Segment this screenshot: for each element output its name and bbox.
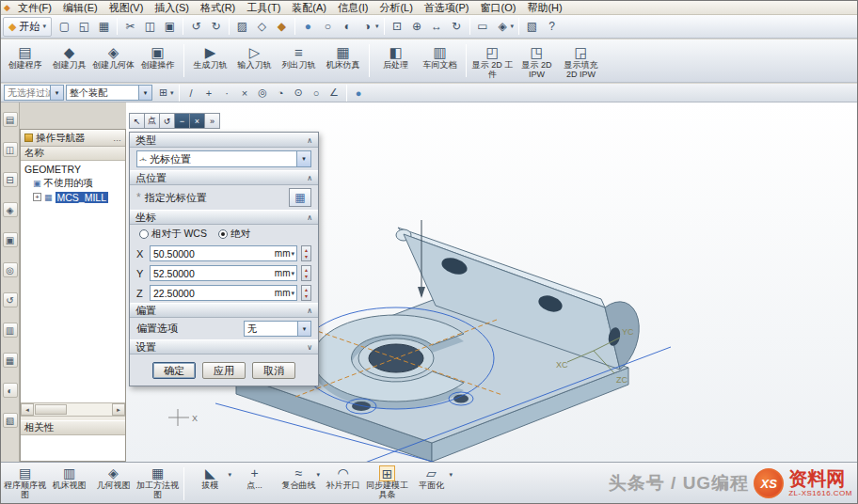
selection-scope-caret-icon[interactable]: ▾: [138, 86, 151, 100]
relative-wcs-radio[interactable]: 相对于 WCS: [139, 228, 207, 241]
navigator-titlebar[interactable]: 操作导航器 …: [21, 130, 125, 147]
stepper-down-icon[interactable]: ▾: [305, 274, 308, 280]
menu-item-1[interactable]: 文件(F): [12, 1, 57, 14]
synchronous-modeling-button[interactable]: ⊞同步建模工具条: [365, 464, 409, 504]
cut-icon[interactable]: ✂: [120, 17, 140, 37]
create-operation-button[interactable]: ▣创建操作: [135, 40, 180, 81]
render-style-icon[interactable]: ◑: [358, 17, 377, 37]
input-toolpath-button[interactable]: ▷输入刀轨: [232, 40, 277, 81]
rotate-tool-icon[interactable]: ↺: [159, 113, 175, 129]
close-icon[interactable]: ×: [189, 113, 205, 129]
constraint-navigator-icon[interactable]: ◫: [3, 142, 18, 157]
menu-item-2[interactable]: 编辑(E): [57, 1, 103, 14]
part-navigator-icon[interactable]: ⊟: [3, 172, 18, 187]
navigator-menu-icon[interactable]: …: [113, 134, 121, 143]
z-value-input[interactable]: 22.50000mm▾: [150, 285, 297, 301]
offset-combo-caret-icon[interactable]: ▾: [297, 322, 310, 336]
redo-icon[interactable]: ↻: [206, 17, 226, 37]
trimetric-view-icon-caret[interactable]: ▾: [511, 23, 515, 30]
x-stepper[interactable]: ▴▾: [301, 245, 311, 261]
relative-wcs-radio-dot[interactable]: [139, 229, 149, 239]
section-coords-chevron-icon[interactable]: ∧: [307, 213, 312, 222]
paste-icon[interactable]: ▣: [160, 17, 180, 37]
sketch-icon[interactable]: ▨: [232, 17, 252, 37]
shop-doc-button[interactable]: ▥车间文档: [418, 40, 462, 81]
section-point-header[interactable]: 点位置 ∧: [130, 170, 318, 185]
start-button[interactable]: ◆ 开始 ▾: [3, 17, 52, 37]
dependencies-header[interactable]: 相关性: [21, 420, 125, 435]
flatten-button[interactable]: ▱平面化▾: [409, 464, 453, 504]
menu-item-6[interactable]: 工具(T): [241, 1, 286, 14]
menu-item-11[interactable]: 窗口(O): [475, 1, 522, 14]
menu-item-8[interactable]: 信息(I): [332, 1, 373, 14]
create-program-button[interactable]: ▤创建程序: [3, 40, 47, 81]
open-icon[interactable]: ◱: [74, 17, 94, 37]
selection-filter-caret-icon[interactable]: ▾: [50, 86, 63, 100]
process-studio-icon[interactable]: ▥: [3, 323, 18, 338]
stepper-up-icon[interactable]: ▴: [305, 247, 308, 254]
endpoint-snap-icon[interactable]: /: [183, 85, 200, 102]
section-type-header[interactable]: 类型 ∧: [130, 133, 318, 148]
selection-filter-combo[interactable]: 无选择过滤器 ▾: [4, 85, 64, 101]
menu-item-7[interactable]: 装配(A): [286, 1, 332, 14]
show-2d-ipw-button[interactable]: ◳显示 2D IPW: [515, 40, 559, 81]
control-point-snap-icon[interactable]: ·: [218, 85, 236, 102]
expander-icon[interactable]: +: [33, 193, 41, 201]
window-layout-icon[interactable]: ▧: [522, 17, 542, 37]
snap-point-toggle-icon-caret[interactable]: ▾: [170, 89, 174, 97]
section-offset-header[interactable]: 偏置 ∧: [130, 303, 318, 318]
assembly-navigator-icon[interactable]: ▤: [3, 112, 18, 127]
patch-opening-button[interactable]: ◠补片开口: [321, 464, 365, 504]
quadrant-snap-icon[interactable]: ◔: [272, 85, 290, 102]
render-style-icon-caret[interactable]: ▾: [375, 23, 379, 30]
midpoint-snap-icon[interactable]: +: [200, 85, 218, 102]
scroll-right-icon[interactable]: ►: [112, 403, 125, 416]
hd3d-tools-icon[interactable]: ▣: [3, 232, 18, 247]
select-cursor-icon[interactable]: ↖: [129, 113, 145, 129]
selection-scope-combo[interactable]: 整个装配 ▾: [66, 85, 152, 101]
point-type-combo[interactable]: -+- 光标位置 ▾: [136, 150, 311, 167]
scroll-track[interactable]: [34, 403, 112, 416]
zoom-in-icon[interactable]: ⊕: [407, 17, 427, 37]
show-filled-2d-ipw-button[interactable]: ◲显示填充 2D IPW: [559, 40, 603, 81]
tree-item-mcs-mill[interactable]: +▦MCS_MILL: [21, 190, 125, 204]
geometry-view-button[interactable]: ◈几何视图: [91, 464, 135, 504]
stepper-down-icon[interactable]: ▾: [305, 293, 308, 300]
fit-view-icon[interactable]: ⊡: [388, 17, 407, 37]
apply-button[interactable]: 应用: [202, 362, 246, 379]
feature-icon[interactable]: ◆: [272, 17, 292, 37]
create-tool-button[interactable]: ◆创建刀具: [47, 40, 91, 81]
arc-center-snap-icon[interactable]: ◎: [254, 85, 272, 102]
section-type-chevron-icon[interactable]: ∧: [307, 136, 312, 145]
menu-item-12[interactable]: 帮助(H): [521, 1, 567, 14]
composite-curve-button[interactable]: ≈复合曲线▾: [277, 464, 321, 504]
postprocess-button[interactable]: ◧后处理: [373, 40, 418, 81]
y-stepper[interactable]: ▴▾: [301, 265, 311, 281]
front-view-icon[interactable]: ▭: [473, 17, 493, 37]
new-icon[interactable]: ▢: [55, 17, 74, 37]
x-value-input[interactable]: 50.50000mm▾: [150, 245, 297, 261]
system-scenes-icon[interactable]: ▧: [3, 413, 18, 428]
scroll-left-icon[interactable]: ◄: [21, 403, 34, 416]
stepper-down-icon[interactable]: ▾: [305, 254, 308, 260]
save-icon[interactable]: ▦: [94, 17, 114, 37]
point-tool-icon[interactable]: 点: [144, 113, 160, 129]
menu-item-5[interactable]: 格式(R): [195, 1, 241, 14]
section-settings-header[interactable]: 设置 ∨: [130, 339, 318, 354]
list-toolpath-button[interactable]: ≡列出刀轨: [277, 40, 321, 81]
program-order-view-button[interactable]: ▤程序顺序视图: [3, 464, 47, 504]
menu-item-9[interactable]: 分析(L): [373, 1, 418, 14]
tree-item-unused[interactable]: ▣不使用的项: [21, 176, 125, 190]
copy-icon[interactable]: ◫: [140, 17, 160, 37]
section-settings-chevron-icon[interactable]: ∨: [307, 343, 312, 352]
point-type-caret-icon[interactable]: ▾: [296, 151, 310, 166]
offset-option-combo[interactable]: 无 ▾: [244, 321, 311, 337]
tangent-snap-icon[interactable]: ○: [308, 85, 326, 102]
roles-icon[interactable]: ◐: [3, 383, 18, 398]
reuse-library-icon[interactable]: ◈: [3, 202, 18, 217]
show-2d-workpiece-button[interactable]: ◰显示 2D 工件: [470, 40, 515, 81]
shaded-view-icon[interactable]: ●: [298, 17, 318, 37]
name-column-header[interactable]: 名称: [21, 147, 125, 161]
ok-button[interactable]: 确定: [152, 362, 196, 379]
unit-caret-icon[interactable]: ▾: [291, 290, 296, 297]
